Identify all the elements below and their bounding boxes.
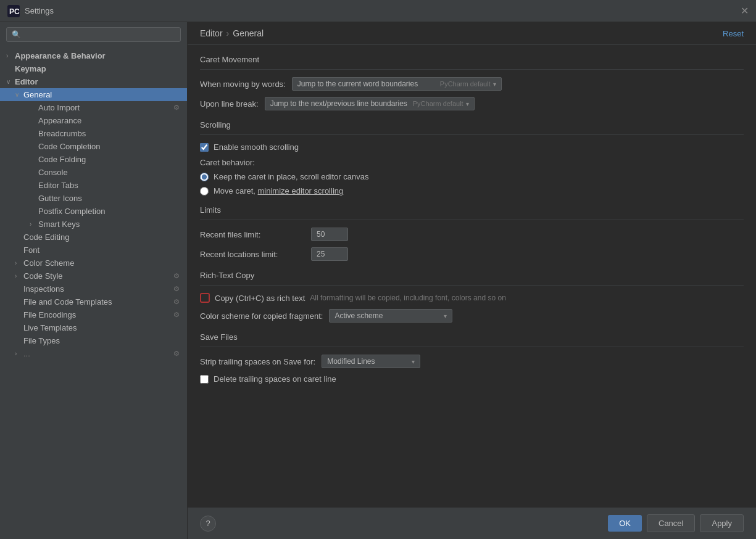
sidebar-item-code-folding[interactable]: Code Folding <box>0 153 187 166</box>
breadcrumb-current: General <box>233 28 264 38</box>
sidebar-item-gutter-icons[interactable]: Gutter Icons <box>0 192 187 205</box>
chevron-down-icon: ▾ <box>493 81 496 88</box>
dropdown-value: Modified Lines <box>327 357 409 366</box>
content-area: Editor › General Reset Caret Movement Wh… <box>188 22 756 539</box>
delete-trailing-checkbox[interactable] <box>200 375 209 384</box>
apply-button[interactable]: Apply <box>700 514 744 532</box>
moving-by-words-row: When moving by words: Jump to the curren… <box>200 77 744 91</box>
help-button[interactable]: ? <box>200 516 216 532</box>
line-break-dropdown[interactable]: Jump to the next/previous line boundarie… <box>265 97 475 110</box>
sidebar-item-label: Smart Keys <box>38 220 180 229</box>
sidebar-item-breadcrumbs[interactable]: Breadcrumbs <box>0 127 187 140</box>
sidebar-item-console[interactable]: Console <box>0 166 187 179</box>
sidebar-item-code-style[interactable]: › Code Style ⚙ <box>0 270 187 282</box>
breadcrumb-parent: Editor <box>200 28 223 38</box>
sidebar-item-label: General <box>23 90 180 99</box>
sidebar-item-more[interactable]: › ... ⚙ <box>0 347 187 360</box>
sidebar-item-file-encodings[interactable]: File Encodings ⚙ <box>0 308 187 321</box>
smooth-scrolling-row: Enable smooth scrolling <box>200 142 744 152</box>
chevron-down-icon: ∨ <box>6 78 15 85</box>
sidebar-item-appearance-behavior[interactable]: › Appearance & Behavior <box>0 49 187 62</box>
ok-button[interactable]: OK <box>608 515 642 532</box>
sidebar-item-label: Inspections <box>23 284 173 294</box>
window-title: Settings <box>25 6 54 15</box>
content-header: Editor › General Reset <box>188 22 756 45</box>
chevron-right-icon: › <box>15 260 23 266</box>
sidebar-item-code-editing[interactable]: Code Editing <box>0 231 187 244</box>
close-button[interactable]: ✕ <box>741 6 749 16</box>
sidebar-item-font[interactable]: Font <box>0 244 187 257</box>
chevron-right-icon: › <box>15 273 23 279</box>
line-break-label: Upon line break: <box>200 99 259 109</box>
sidebar-item-smart-keys[interactable]: › Smart Keys <box>0 218 187 231</box>
reset-button[interactable]: Reset <box>723 29 744 38</box>
chevron-down-icon: ∨ <box>15 91 23 98</box>
color-scheme-label: Color scheme for copied fragment: <box>200 311 323 321</box>
section-save-files: Save Files Strip trailing spaces on Save… <box>200 332 744 384</box>
sidebar-item-label: Font <box>23 245 180 255</box>
section-title-scrolling: Scrolling <box>200 120 744 135</box>
sidebar-item-label: Auto Import <box>38 103 173 112</box>
dropdown-value: Jump to the next/previous line boundarie… <box>270 99 410 108</box>
sidebar-item-label: Live Templates <box>23 323 180 332</box>
title-bar: PC Settings ✕ <box>0 0 756 22</box>
sidebar-item-editor[interactable]: ∨ Editor <box>0 75 187 88</box>
config-icon: ⚙ <box>173 298 180 306</box>
sidebar-item-editor-tabs[interactable]: Editor Tabs <box>0 179 187 192</box>
sidebar-item-label: Gutter Icons <box>38 194 180 203</box>
sidebar-item-label: ... <box>23 349 173 358</box>
radio-move-caret[interactable] <box>200 187 209 195</box>
sidebar-item-file-code-templates[interactable]: File and Code Templates ⚙ <box>0 295 187 308</box>
sidebar-item-code-completion[interactable]: Code Completion <box>0 140 187 153</box>
copy-as-rich-text-label: Copy (Ctrl+C) as rich text <box>215 294 305 303</box>
cancel-button[interactable]: Cancel <box>647 514 695 532</box>
sidebar-item-label: File and Code Templates <box>23 297 173 307</box>
content-scroll: Caret Movement When moving by words: Jum… <box>188 45 756 507</box>
sidebar-item-label: Appearance <box>38 116 180 125</box>
moving-by-words-dropdown[interactable]: Jump to the current word boundaries PyCh… <box>292 77 502 91</box>
section-rich-text-copy: Rich-Text Copy Copy (Ctrl+C) as rich tex… <box>200 271 744 323</box>
rich-copy-row: Copy (Ctrl+C) as rich text All formattin… <box>200 293 744 303</box>
config-icon: ⚙ <box>173 104 180 112</box>
recent-files-row: Recent files limit: <box>200 228 744 241</box>
sidebar-item-live-templates[interactable]: Live Templates <box>0 321 187 334</box>
radio-keep-label: Keep the caret in place, scroll editor c… <box>214 172 368 181</box>
breadcrumb: Editor › General <box>200 28 264 38</box>
recent-locations-row: Recent locations limit: <box>200 247 744 261</box>
strip-trailing-label: Strip trailing spaces on Save for: <box>200 357 315 366</box>
sidebar-item-postfix-completion[interactable]: Postfix Completion <box>0 205 187 218</box>
search-box <box>0 22 187 47</box>
sidebar-item-file-types[interactable]: File Types <box>0 334 187 347</box>
app-icon: PC <box>7 5 20 17</box>
config-icon: ⚙ <box>173 272 180 280</box>
sidebar-item-label: File Encodings <box>23 310 173 319</box>
recent-locations-input[interactable] <box>311 247 348 261</box>
search-input[interactable] <box>6 27 181 42</box>
sidebar-item-keymap[interactable]: Keymap <box>0 62 187 75</box>
sidebar-item-auto-import[interactable]: Auto Import ⚙ <box>0 101 187 114</box>
copy-hint-text: All formatting will be copied, including… <box>310 294 506 302</box>
smooth-scrolling-label: Enable smooth scrolling <box>214 142 299 152</box>
section-scrolling: Scrolling Enable smooth scrolling Caret … <box>200 120 744 195</box>
sidebar-item-appearance[interactable]: Appearance <box>0 114 187 127</box>
sidebar-item-general[interactable]: ∨ General <box>0 88 187 101</box>
breadcrumb-separator: › <box>226 28 230 38</box>
svg-text:PC: PC <box>9 7 20 16</box>
sidebar-item-label: Breadcrumbs <box>38 129 180 138</box>
color-scheme-dropdown[interactable]: Active scheme ▾ <box>329 309 452 323</box>
dropdown-value: Jump to the current word boundaries <box>297 80 438 88</box>
config-icon: ⚙ <box>173 350 180 358</box>
section-limits: Limits Recent files limit: Recent locati… <box>200 205 744 261</box>
sidebar-item-color-scheme[interactable]: › Color Scheme <box>0 257 187 270</box>
recent-files-input[interactable] <box>311 228 348 241</box>
sidebar: › Appearance & Behavior Keymap ∨ Editor … <box>0 22 188 539</box>
radio-keep-caret[interactable] <box>200 173 209 181</box>
chevron-down-icon: ▾ <box>466 101 469 107</box>
strip-trailing-dropdown[interactable]: Modified Lines ▾ <box>322 355 420 368</box>
caret-behavior-label: Caret behavior: <box>200 158 744 167</box>
dropdown-hint: PyCharm default <box>440 80 491 88</box>
smooth-scrolling-checkbox[interactable] <box>200 143 209 152</box>
sidebar-item-inspections[interactable]: Inspections ⚙ <box>0 282 187 295</box>
recent-locations-label: Recent locations limit: <box>200 250 305 259</box>
chevron-right-icon: › <box>6 52 15 59</box>
